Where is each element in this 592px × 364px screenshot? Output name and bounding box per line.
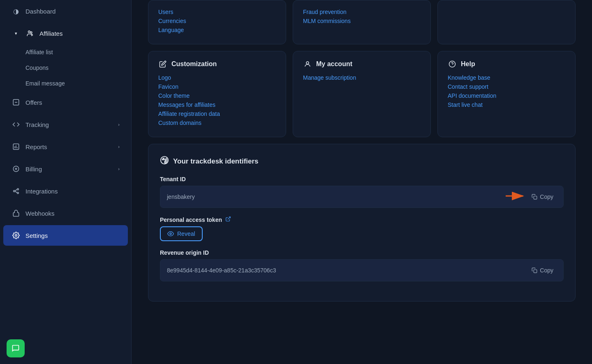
support-chat-button[interactable]	[7, 339, 25, 357]
link-start-live-chat[interactable]: Start live chat	[448, 101, 565, 108]
link-language[interactable]: Language	[158, 27, 276, 33]
link-fraud-prevention[interactable]: Fraud prevention	[303, 9, 421, 15]
sidebar-item-affiliates[interactable]: ▾ Affiliates	[3, 23, 128, 44]
svg-line-14	[15, 189, 17, 191]
sidebar-item-tracking[interactable]: Tracking ›	[3, 114, 128, 135]
tenant-id-copy-label: Copy	[540, 194, 553, 200]
personal-token-label-row: Personal access token	[160, 216, 564, 223]
sidebar-label-tracking: Tracking	[25, 121, 49, 128]
svg-point-17	[306, 62, 309, 64]
my-account-card-title-text: My account	[316, 60, 352, 68]
link-currencies[interactable]: Currencies	[158, 18, 276, 24]
sidebar-item-reports[interactable]: Reports ›	[3, 136, 128, 157]
tracking-chevron: ›	[118, 122, 120, 127]
help-title: Help	[448, 60, 565, 69]
sub-label-email-message: Email message	[25, 80, 65, 87]
sidebar-sub-email-message[interactable]: Email message	[3, 76, 128, 91]
sidebar-label-affiliates: Affiliates	[39, 30, 62, 37]
arrow-indicator	[506, 190, 526, 204]
revenue-origin-value: 8e9945d4-8144-4e09-a85c-21a3c35706c3	[167, 267, 528, 274]
settings-icon	[12, 231, 21, 240]
sidebar-sub-coupons[interactable]: Coupons	[3, 60, 128, 75]
link-affiliate-registration-data[interactable]: Affiliate registration data	[158, 111, 276, 117]
help-card: Help Knowledge base Contact support API …	[437, 51, 576, 137]
link-api-documentation[interactable]: API documentation	[448, 92, 565, 99]
affiliates-icon	[25, 30, 35, 37]
sidebar-label-webhooks: Webhooks	[25, 210, 55, 217]
revenue-origin-copy-button[interactable]: Copy	[528, 265, 557, 275]
sidebar-label-billing: Billing	[25, 166, 42, 173]
identifiers-title-text: Your trackdesk identifiers	[173, 157, 259, 166]
svg-point-0	[28, 31, 30, 33]
svg-point-13	[17, 192, 19, 194]
link-logo[interactable]: Logo	[158, 74, 276, 81]
partial-card-2	[437, 0, 576, 44]
reveal-button-label: Reveal	[177, 230, 195, 237]
sidebar-item-webhooks[interactable]: Webhooks	[3, 203, 128, 223]
svg-point-16	[15, 235, 17, 237]
sidebar: ◑ Dashboard ▾ Affiliates Affiliate list …	[0, 0, 132, 364]
tenant-id-copy-button[interactable]: Copy	[528, 192, 557, 202]
pencil-icon	[158, 60, 167, 69]
identifiers-section-title: Your trackdesk identifiers	[160, 156, 564, 167]
svg-point-24	[170, 233, 171, 235]
sidebar-bottom	[0, 333, 131, 364]
sub-label-coupons: Coupons	[25, 65, 49, 71]
sidebar-item-integrations[interactable]: Integrations	[3, 181, 128, 201]
link-favicon[interactable]: Favicon	[158, 83, 276, 90]
svg-rect-22	[534, 196, 537, 199]
link-knowledge-base[interactable]: Knowledge base	[448, 74, 565, 81]
partial-card-0: Users Currencies Language	[148, 0, 286, 44]
sidebar-label-dashboard: Dashboard	[25, 8, 56, 15]
reports-chevron: ›	[118, 144, 120, 149]
sidebar-label-integrations: Integrations	[25, 188, 58, 195]
sidebar-label-reports: Reports	[25, 143, 47, 150]
chevron-down-icon: ▾	[12, 29, 21, 38]
sidebar-label-settings: Settings	[25, 232, 48, 239]
main-content: Users Currencies Language Fraud preventi…	[132, 0, 592, 364]
revenue-origin-copy-label: Copy	[540, 267, 553, 274]
my-account-card: My account Manage subscription	[293, 51, 431, 137]
sidebar-item-dashboard[interactable]: ◑ Dashboard	[3, 1, 128, 21]
svg-point-1	[30, 32, 32, 33]
tenant-id-label: Tenant ID	[160, 176, 564, 182]
dashboard-icon: ◑	[12, 7, 21, 16]
external-link-icon[interactable]	[225, 216, 231, 223]
personal-token-label: Personal access token	[160, 217, 222, 223]
link-color-theme[interactable]: Color theme	[158, 92, 276, 99]
svg-line-15	[15, 191, 17, 193]
tenant-id-row: jensbakery Copy	[160, 186, 564, 208]
partial-card-1: Fraud prevention MLM commissions	[293, 0, 431, 44]
link-mlm-commissions[interactable]: MLM commissions	[303, 18, 421, 24]
sidebar-item-settings[interactable]: Settings	[3, 225, 128, 246]
top-partial-cards: Users Currencies Language Fraud preventi…	[148, 0, 576, 44]
link-messages-for-affiliates[interactable]: Messages for affiliates	[158, 101, 276, 108]
svg-point-11	[14, 190, 15, 192]
link-contact-support[interactable]: Contact support	[448, 83, 565, 90]
svg-rect-25	[534, 270, 537, 273]
svg-line-23	[228, 217, 230, 219]
link-custom-domains[interactable]: Custom domains	[158, 120, 276, 126]
webhooks-icon	[12, 209, 21, 218]
sidebar-item-billing[interactable]: Billing ›	[3, 159, 128, 179]
reports-icon	[12, 142, 21, 151]
customization-title: Customization	[158, 60, 276, 69]
link-users[interactable]: Users	[158, 9, 276, 15]
identifiers-card: Your trackdesk identifiers Tenant ID jen…	[148, 144, 576, 302]
link-manage-subscription[interactable]: Manage subscription	[303, 74, 421, 81]
billing-chevron: ›	[118, 166, 120, 171]
customization-card: Customization Logo Favicon Color theme M…	[148, 51, 286, 137]
sidebar-sub-affiliate-list[interactable]: Affiliate list	[3, 45, 128, 60]
sub-label-affiliate-list: Affiliate list	[25, 49, 53, 55]
billing-icon	[12, 164, 21, 173]
sidebar-item-offers[interactable]: Offers	[3, 92, 128, 113]
tenant-id-value: jensbakery	[167, 194, 528, 200]
my-account-title: My account	[303, 60, 421, 69]
reveal-button[interactable]: Reveal	[160, 226, 203, 241]
customization-card-title-text: Customization	[171, 60, 217, 68]
tracking-icon	[12, 120, 21, 129]
account-icon	[303, 60, 312, 69]
svg-point-12	[17, 189, 19, 190]
integrations-icon	[12, 187, 21, 196]
help-card-title-text: Help	[461, 60, 475, 68]
